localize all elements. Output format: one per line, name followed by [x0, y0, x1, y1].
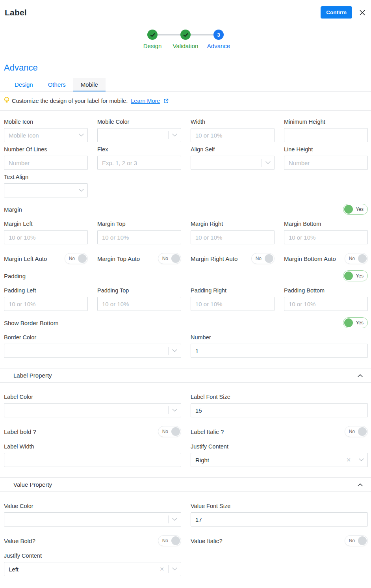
- field-label: Margin Right: [191, 221, 275, 227]
- chevron-down-icon: [79, 134, 84, 137]
- select-divider: [262, 159, 262, 167]
- margin-bottom-auto-toggle[interactable]: No: [345, 253, 368, 264]
- tab-bar: Design Others Mobile: [0, 78, 371, 92]
- label-property-header[interactable]: Label Property: [0, 368, 371, 383]
- field-label: Justify Content: [4, 553, 181, 559]
- step-advance-circle[interactable]: 3: [213, 30, 224, 40]
- chevron-down-icon: [79, 189, 84, 192]
- field-border-color: Border Color: [4, 334, 181, 358]
- value-property-header[interactable]: Value Property: [0, 477, 371, 492]
- field-row: Justify Content Left ✕: [4, 553, 368, 580]
- field-label: Label Color: [4, 394, 181, 400]
- value-font-size-input[interactable]: [191, 512, 368, 527]
- padding-right-input[interactable]: [191, 297, 275, 311]
- field-row: Label Width Justify Content Right ✕: [4, 443, 368, 471]
- chevron-down-icon: [265, 161, 271, 164]
- margin-top-input[interactable]: [97, 230, 181, 244]
- tab-design[interactable]: Design: [7, 78, 41, 91]
- mobile-tip: Customize the design of your label for m…: [0, 92, 371, 111]
- mobile-color-select[interactable]: [97, 128, 181, 142]
- chevron-up-icon[interactable]: [358, 374, 363, 377]
- margin-bottom-input[interactable]: [284, 230, 368, 244]
- field-label-justify-content: Justify Content Right ✕: [191, 443, 368, 467]
- margin-top-auto-toggle[interactable]: No: [158, 253, 181, 264]
- toggle-knob: [171, 536, 180, 545]
- field-label: Value Font Size: [191, 503, 368, 509]
- mobile-icon-select[interactable]: Mobile Icon: [4, 128, 88, 142]
- border-number-input[interactable]: [191, 344, 368, 358]
- value-bold-row: Value Bold? No: [4, 535, 181, 546]
- chevron-up-icon[interactable]: [358, 483, 363, 486]
- toggle-knob: [344, 272, 353, 280]
- field-value-font-size: Value Font Size: [191, 503, 368, 527]
- clear-icon[interactable]: ✕: [159, 566, 165, 572]
- clear-icon[interactable]: ✕: [345, 457, 352, 463]
- field-row: Text Align: [4, 174, 368, 201]
- toggle-knob: [265, 254, 273, 263]
- tab-mobile[interactable]: Mobile: [73, 78, 106, 91]
- field-label-width: Label Width: [4, 443, 181, 467]
- value-justify-content-select[interactable]: Left ✕: [4, 562, 181, 576]
- margin-left-auto: Margin Left Auto No: [4, 253, 88, 264]
- select-divider: [168, 565, 169, 573]
- field-label: Padding Left: [4, 287, 88, 294]
- label-bold-row: Label bold ? No: [4, 426, 181, 437]
- label-italic-row: Label Italic ? No: [191, 426, 368, 437]
- padding-top-input[interactable]: [97, 297, 181, 311]
- align-self-select[interactable]: [191, 156, 275, 170]
- field-row: Number Of Lines Flex Align Self Line Hei…: [4, 146, 368, 174]
- field-label: Value Color: [4, 503, 181, 509]
- margin-left-input[interactable]: [4, 230, 88, 244]
- width-input[interactable]: [191, 128, 275, 142]
- text-align-select[interactable]: [4, 183, 88, 197]
- select-divider: [168, 406, 169, 414]
- learn-more-link[interactable]: Learn More: [131, 98, 160, 104]
- tip-text: Customize the design of your label for m…: [12, 98, 128, 104]
- border-color-select[interactable]: [4, 344, 181, 358]
- label-italic-toggle[interactable]: No: [345, 426, 368, 437]
- label-width-input[interactable]: [4, 453, 181, 467]
- toggle-state-label: Yes: [356, 273, 364, 279]
- value-bold-toggle[interactable]: No: [158, 535, 181, 546]
- close-icon[interactable]: [359, 9, 365, 16]
- padding-toggle[interactable]: Yes: [343, 270, 368, 281]
- value-italic-toggle[interactable]: No: [345, 535, 368, 546]
- field-value-color: Value Color: [4, 503, 181, 527]
- step-design-circle[interactable]: [147, 30, 158, 40]
- toggle-knob: [344, 318, 353, 327]
- step-validation-circle[interactable]: [180, 30, 191, 40]
- toggle-label: Value Italic?: [191, 538, 223, 544]
- toggle-state-label: Yes: [356, 320, 364, 326]
- label-font-size-input[interactable]: [191, 403, 368, 417]
- select-value: Mobile Icon: [9, 132, 72, 139]
- margin-toggle[interactable]: Yes: [343, 204, 368, 215]
- tab-others[interactable]: Others: [41, 78, 73, 91]
- minimum-height-input[interactable]: [284, 128, 368, 142]
- external-link-icon[interactable]: [163, 99, 169, 104]
- label-bold-toggle[interactable]: No: [158, 426, 181, 437]
- margin-bottom-auto: Margin Bottom Auto No: [284, 253, 368, 264]
- chevron-down-icon: [172, 518, 177, 521]
- margin-right-input[interactable]: [191, 230, 275, 244]
- flex-input[interactable]: [97, 156, 181, 170]
- margin-right-auto-toggle[interactable]: No: [251, 253, 275, 264]
- section-title: Label Property: [13, 372, 52, 379]
- label-justify-content-select[interactable]: Right ✕: [191, 453, 368, 467]
- confirm-button[interactable]: Confirm: [321, 6, 352, 19]
- margin-left-auto-toggle[interactable]: No: [65, 253, 88, 264]
- padding-left-input[interactable]: [4, 297, 88, 311]
- toggle-knob: [344, 205, 353, 214]
- show-border-bottom-toggle[interactable]: Yes: [343, 317, 368, 328]
- stepper-step-advance: 3 Advance: [213, 30, 224, 49]
- dialog-header: Label Confirm: [0, 0, 371, 19]
- line-height-input[interactable]: [284, 156, 368, 170]
- label-color-select[interactable]: [4, 403, 181, 417]
- number-of-lines-input[interactable]: [4, 156, 88, 170]
- value-color-select[interactable]: [4, 512, 181, 527]
- field-label: Label Width: [4, 443, 181, 450]
- padding-bottom-input[interactable]: [284, 297, 368, 311]
- step-design-label: Design: [143, 43, 162, 49]
- chevron-down-icon: [172, 349, 177, 352]
- field-padding-left: Padding Left: [4, 287, 88, 311]
- field-label: Justify Content: [191, 443, 368, 450]
